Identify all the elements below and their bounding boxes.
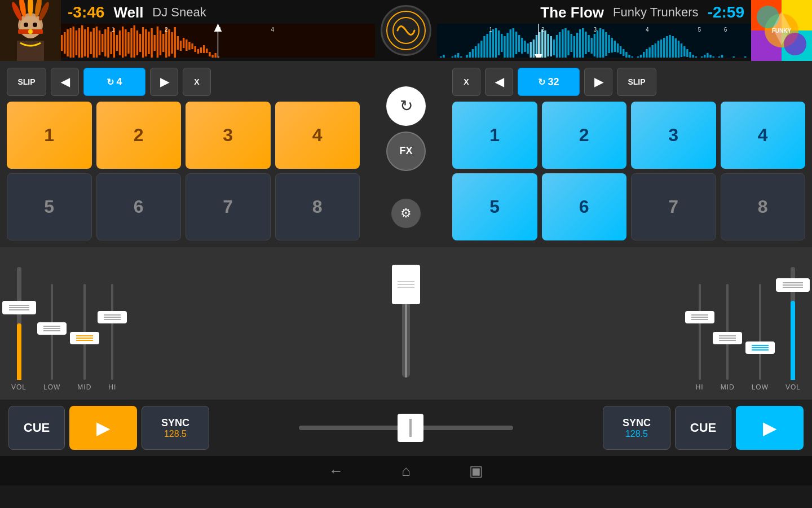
deck-right-low-handle[interactable] [745, 341, 775, 354]
deck-left-pad-5[interactable]: 5 [7, 173, 92, 240]
deck-left-prev-button[interactable]: ◀ [51, 68, 79, 96]
top-bar: -3:46 Well DJ Sneak [0, 0, 812, 61]
deck-right-pad-7[interactable]: 7 [631, 173, 716, 240]
deck-right-vol-handle[interactable] [776, 278, 810, 292]
deck-right-pad-2[interactable]: 2 [542, 102, 627, 169]
deck-left-low-track[interactable] [51, 284, 53, 380]
svg-rect-19 [76, 30, 77, 55]
deck-left-pad-4[interactable]: 4 [275, 102, 360, 169]
deck-left-cue-button[interactable]: CUE [8, 406, 65, 450]
deck-right-play-button[interactable]: ▶ [736, 406, 804, 450]
deck-left-time: -3:46 [68, 3, 104, 21]
svg-text:2: 2 [541, 26, 545, 33]
deck-right-pad-6[interactable]: 6 [542, 173, 627, 240]
deck-right-x-button[interactable]: X [452, 68, 480, 96]
crossfader-handle[interactable] [392, 265, 420, 304]
deck-right-cue-button[interactable]: CUE [675, 406, 731, 450]
play-right-icon: ▶ [763, 417, 777, 439]
deck-right-hi-handle[interactable] [685, 311, 714, 323]
svg-rect-228 [721, 55, 723, 58]
svg-rect-219 [695, 56, 697, 58]
svg-rect-154 [506, 33, 508, 58]
deck-right-pad-4[interactable]: 4 [721, 102, 806, 169]
deck-left-slip-button[interactable]: SLIP [7, 68, 46, 96]
deck-left-loop-button[interactable]: ↻ 4 [83, 68, 145, 96]
deck-left-sync-button[interactable]: SYNC 128.5 [142, 406, 209, 450]
svg-rect-140 [466, 55, 467, 58]
deck-right-artist: Funky Trunkers [613, 5, 699, 20]
fx-button[interactable]: FX [386, 132, 426, 171]
deck-left-pads: 1 2 3 4 5 6 7 8 [7, 102, 360, 240]
svg-rect-25 [93, 28, 95, 58]
deck-right-hi-track[interactable] [699, 284, 701, 380]
center-controls: ↻ FX ⚙ [367, 61, 445, 247]
deck-left-play-button[interactable]: ▶ [69, 406, 137, 450]
nav-recent-button[interactable]: ▣ [464, 458, 488, 483]
svg-rect-227 [718, 56, 720, 58]
crossfader-track[interactable] [402, 265, 410, 378]
deck-right-mid-track[interactable] [726, 284, 729, 380]
nav-back-button[interactable]: ← [324, 458, 348, 483]
deck-left-x-button[interactable]: X [183, 68, 211, 96]
deck-right-waveform[interactable]: 1 2 3 4 5 6 [437, 24, 751, 58]
settings-button[interactable]: ⚙ [391, 199, 421, 228]
svg-rect-34 [119, 30, 121, 55]
deck-left-waveform[interactable]: 1 2 3 4 [61, 24, 375, 58]
deck-left-transport: SLIP ◀ ↻ 4 ▶ X [7, 68, 360, 96]
svg-text:4: 4 [646, 26, 649, 33]
svg-rect-44 [148, 32, 149, 54]
deck-right-mid-handle[interactable] [713, 332, 742, 344]
svg-rect-14 [61, 35, 63, 51]
svg-rect-132 [443, 55, 444, 58]
svg-rect-153 [504, 36, 505, 58]
pitch-fader-track[interactable] [299, 426, 513, 430]
svg-rect-174 [564, 28, 566, 58]
svg-rect-208 [663, 38, 665, 58]
deck-left-hi-handle[interactable] [98, 311, 127, 323]
svg-rect-17 [69, 28, 71, 58]
svg-rect-160 [524, 41, 526, 52]
deck-left-hi-label: HI [108, 383, 116, 391]
deck-left-pad-3[interactable]: 3 [186, 102, 271, 169]
svg-text:3: 3 [594, 26, 597, 33]
deck-left-low-handle[interactable] [37, 322, 67, 335]
svg-rect-223 [707, 53, 708, 58]
deck-left-mid-handle[interactable] [70, 332, 99, 344]
deck-left-pad-6[interactable]: 6 [96, 173, 182, 240]
svg-text:2: 2 [165, 26, 168, 33]
deck-left-hi-track[interactable] [111, 284, 113, 380]
deck-right-pad-3[interactable]: 3 [631, 102, 716, 169]
deck-left-pad-2[interactable]: 2 [96, 102, 182, 169]
deck-left-pad-8[interactable]: 8 [275, 173, 360, 240]
deck-right-pad-1[interactable]: 1 [452, 102, 537, 169]
deck-right-pad-8[interactable]: 8 [721, 173, 806, 240]
svg-rect-148 [489, 32, 491, 58]
svg-rect-189 [608, 35, 610, 53]
deck-right-next-button[interactable]: ▶ [584, 68, 612, 96]
deck-right-prev-button[interactable]: ◀ [485, 68, 513, 96]
deck-right-low-track[interactable] [759, 284, 761, 380]
deck-left-vol-handle[interactable] [2, 301, 36, 314]
svg-rect-168 [547, 34, 549, 56]
svg-rect-180 [582, 28, 584, 58]
pitch-fader-handle[interactable] [398, 414, 423, 442]
deck-left-pad-1[interactable]: 1 [7, 102, 92, 169]
svg-rect-145 [480, 41, 482, 58]
deck-left-next-button[interactable]: ▶ [150, 68, 178, 96]
deck-right-pad-5[interactable]: 5 [452, 173, 537, 240]
sync-button[interactable]: ↻ [386, 86, 426, 126]
svg-rect-39 [134, 25, 135, 58]
svg-rect-143 [475, 46, 476, 58]
nav-home-button[interactable]: ⌂ [394, 458, 418, 483]
deck-left-pad-7[interactable]: 7 [186, 173, 271, 240]
deck-left-vol-track[interactable] [17, 267, 21, 380]
deck-right-vol-label: VOL [785, 383, 801, 391]
deck-right-slip-button[interactable]: SLIP [617, 68, 656, 96]
svg-rect-232 [732, 56, 734, 58]
deck-right-sync-button[interactable]: SYNC 128.5 [603, 406, 670, 450]
deck-left-mid-track[interactable] [83, 284, 86, 380]
deck-right-vol-track[interactable] [791, 267, 795, 380]
deck-right-loop-button[interactable]: ↻ 32 [518, 68, 580, 96]
deck-right-low-group: LOW [752, 256, 769, 391]
svg-rect-207 [660, 40, 662, 58]
